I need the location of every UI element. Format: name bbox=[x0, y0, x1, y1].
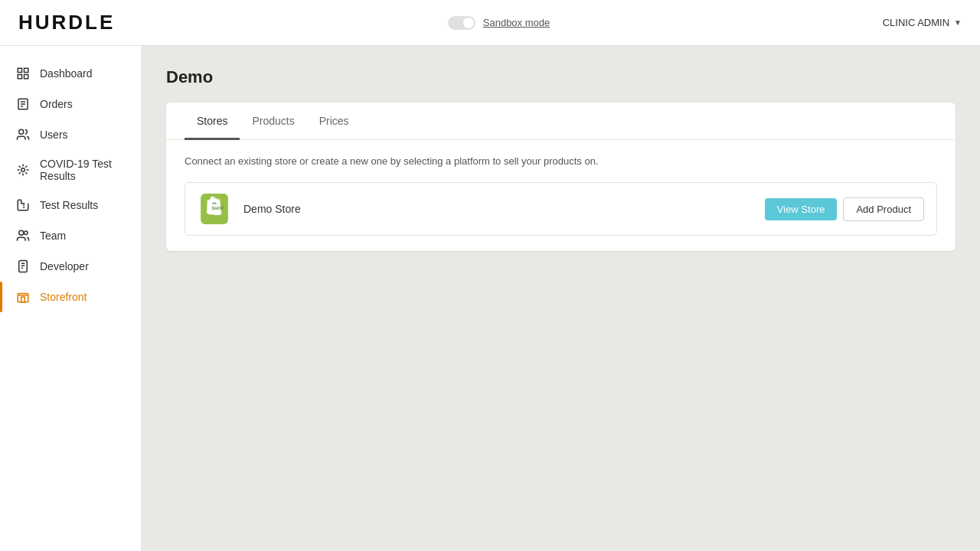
users-icon bbox=[15, 127, 31, 142]
shopify-logo: S SHOP bbox=[198, 192, 231, 226]
svg-rect-3 bbox=[24, 75, 28, 79]
app-logo: HURDLE bbox=[18, 11, 115, 34]
store-description: Connect an existing store or create a ne… bbox=[185, 155, 937, 167]
svg-rect-1 bbox=[24, 68, 28, 72]
sidebar-item-developer[interactable]: Developer bbox=[0, 251, 141, 282]
header-center: Sandbox mode bbox=[448, 16, 550, 30]
sidebar-label-users: Users bbox=[40, 129, 68, 141]
sidebar-label-test-results: Test Results bbox=[40, 199, 98, 211]
layout: Dashboard Orders bbox=[0, 46, 980, 551]
tab-products[interactable]: Products bbox=[240, 103, 306, 140]
main-content: Demo Stores Products Prices Connect an e… bbox=[142, 46, 980, 551]
sidebar-item-storefront[interactable]: Storefront bbox=[0, 282, 141, 312]
sidebar-label-storefront: Storefront bbox=[40, 291, 87, 303]
sidebar-item-team[interactable]: Team bbox=[0, 220, 141, 251]
sidebar-label-orders: Orders bbox=[40, 98, 73, 110]
view-store-button[interactable]: View Store bbox=[765, 198, 838, 220]
sidebar-label-developer: Developer bbox=[40, 260, 89, 272]
svg-point-8 bbox=[19, 129, 24, 134]
developer-icon bbox=[15, 259, 31, 274]
header: HURDLE Sandbox mode CLINIC ADMIN ▼ bbox=[0, 0, 980, 46]
storefront-card: Stores Products Prices Connect an existi… bbox=[166, 103, 956, 251]
page-title: Demo bbox=[166, 67, 956, 87]
svg-rect-0 bbox=[18, 68, 21, 72]
tabs-bar: Stores Products Prices bbox=[166, 103, 956, 140]
add-product-button[interactable]: Add Product bbox=[843, 197, 924, 221]
sandbox-mode-label[interactable]: Sandbox mode bbox=[483, 17, 550, 28]
sidebar-item-orders[interactable]: Orders bbox=[0, 89, 141, 119]
admin-label: CLINIC ADMIN bbox=[883, 17, 949, 28]
card-body: Connect an existing store or create a ne… bbox=[166, 140, 956, 251]
sidebar-item-users[interactable]: Users bbox=[0, 119, 141, 150]
svg-text:SHOP: SHOP bbox=[211, 206, 224, 210]
sidebar-item-dashboard[interactable]: Dashboard bbox=[0, 58, 141, 89]
tab-stores[interactable]: Stores bbox=[185, 103, 240, 140]
tab-prices[interactable]: Prices bbox=[307, 103, 361, 140]
storefront-icon bbox=[15, 289, 31, 305]
sidebar: Dashboard Orders bbox=[0, 46, 142, 551]
chevron-down-icon: ▼ bbox=[954, 18, 962, 27]
store-actions: View Store Add Product bbox=[765, 197, 924, 221]
sidebar-item-test-results[interactable]: Test Results bbox=[0, 190, 141, 220]
svg-point-13 bbox=[24, 231, 28, 235]
svg-point-12 bbox=[19, 230, 24, 235]
sandbox-toggle[interactable] bbox=[448, 16, 475, 30]
sidebar-item-covid[interactable]: COVID-19 Test Results bbox=[0, 150, 141, 190]
svg-rect-2 bbox=[18, 75, 21, 79]
svg-rect-19 bbox=[21, 297, 25, 302]
sidebar-label-covid: COVID-19 Test Results bbox=[40, 158, 126, 182]
store-row: S SHOP Demo Store View Store Add Product bbox=[185, 182, 937, 236]
admin-menu[interactable]: CLINIC ADMIN ▼ bbox=[883, 17, 962, 28]
orders-icon bbox=[15, 96, 31, 112]
team-icon bbox=[15, 228, 31, 243]
covid-icon bbox=[15, 162, 31, 178]
svg-point-9 bbox=[21, 168, 25, 172]
test-results-icon bbox=[15, 197, 31, 213]
store-name: Demo Store bbox=[243, 203, 753, 215]
dashboard-icon bbox=[15, 66, 31, 81]
sidebar-label-dashboard: Dashboard bbox=[40, 67, 93, 80]
sidebar-label-team: Team bbox=[40, 230, 66, 242]
